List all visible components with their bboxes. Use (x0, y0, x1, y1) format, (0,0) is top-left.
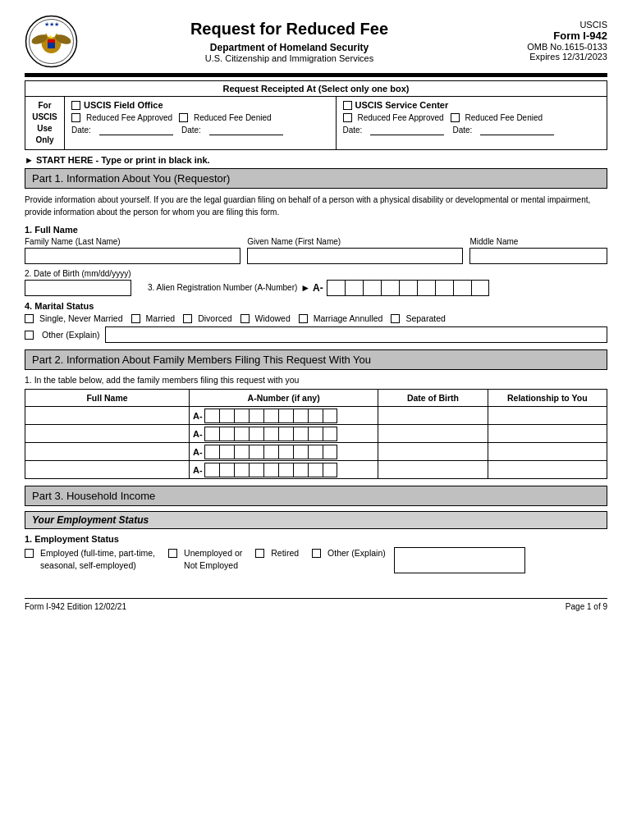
anumber-box-2[interactable] (345, 280, 363, 296)
single-checkbox[interactable] (25, 314, 34, 323)
r2-a2[interactable] (219, 427, 234, 441)
unemployed-checkbox[interactable] (168, 549, 177, 558)
family-fullname-input-4[interactable] (25, 461, 189, 478)
r3-a3[interactable] (234, 445, 249, 459)
marital-separated[interactable]: Separated (391, 313, 445, 323)
dob-cell-3[interactable] (378, 443, 488, 461)
r3-a1[interactable] (204, 445, 219, 459)
field-date2-input[interactable] (209, 126, 283, 135)
r3-a4[interactable] (249, 445, 263, 459)
employed-checkbox[interactable] (25, 549, 34, 558)
anumber-box-4[interactable] (381, 280, 399, 296)
r2-a3[interactable] (234, 427, 249, 441)
employment-retired[interactable]: Retired (255, 547, 299, 559)
field-date1-input[interactable] (99, 126, 173, 135)
other-marital-checkbox[interactable] (25, 331, 34, 340)
anumber-box-5[interactable] (399, 280, 417, 296)
dob-input[interactable] (25, 280, 131, 296)
employment-employed[interactable]: Employed (full-time, part-time, seasonal… (25, 547, 155, 571)
service-approved-checkbox[interactable] (343, 113, 352, 122)
rel-cell-2[interactable] (488, 425, 607, 443)
annulled-checkbox[interactable] (299, 314, 308, 323)
r3-a9[interactable] (323, 445, 337, 459)
field-denied-checkbox[interactable] (179, 113, 188, 122)
anumber-box-7[interactable] (435, 280, 453, 296)
family-dob-input-4[interactable] (378, 461, 487, 478)
dob-cell-4[interactable] (378, 461, 488, 479)
given-name-input[interactable] (247, 248, 463, 264)
r2-a4[interactable] (249, 427, 263, 441)
family-fullname-input-2[interactable] (25, 425, 189, 442)
r4-a2[interactable] (219, 463, 234, 477)
marital-divorced[interactable]: Divorced (183, 313, 231, 323)
r1-a9[interactable] (323, 409, 337, 423)
other-employment-checkbox[interactable] (312, 549, 321, 558)
field-approved-checkbox[interactable] (71, 113, 80, 122)
r1-a2[interactable] (219, 409, 234, 423)
anumber-box-9[interactable] (471, 280, 489, 296)
r1-a8[interactable] (308, 409, 323, 423)
family-dob-input-1[interactable] (378, 407, 487, 424)
r4-a8[interactable] (308, 463, 323, 477)
service-date2-input[interactable] (480, 126, 554, 135)
r3-a2[interactable] (219, 445, 234, 459)
service-center-checkbox[interactable] (343, 101, 352, 110)
employment-unemployed[interactable]: Unemployed or Not Employed (168, 547, 242, 571)
dob-cell-2[interactable] (378, 425, 488, 443)
r2-a7[interactable] (293, 427, 308, 441)
family-name-input[interactable] (25, 248, 240, 264)
family-dob-input-2[interactable] (378, 425, 487, 442)
other-employment-input[interactable] (394, 547, 525, 573)
anumber-box-1[interactable] (327, 280, 345, 296)
family-rel-input-3[interactable] (488, 443, 607, 460)
r2-a1[interactable] (204, 427, 219, 441)
widowed-checkbox[interactable] (240, 314, 250, 323)
r4-a3[interactable] (234, 463, 249, 477)
marital-widowed[interactable]: Widowed (240, 313, 291, 323)
middle-name-input[interactable] (469, 248, 607, 264)
r1-a5[interactable] (263, 409, 278, 423)
field-office-checkbox[interactable] (71, 101, 80, 110)
marital-annulled[interactable]: Marriage Annulled (299, 313, 383, 323)
r3-a8[interactable] (308, 445, 323, 459)
family-name-cell-3[interactable] (25, 443, 190, 461)
family-fullname-input-3[interactable] (25, 443, 189, 460)
anumber-box-8[interactable] (453, 280, 471, 296)
rel-cell-1[interactable] (488, 407, 607, 425)
family-name-cell-4[interactable] (25, 461, 190, 479)
r1-a4[interactable] (249, 409, 263, 423)
r4-a9[interactable] (323, 463, 337, 477)
family-name-cell-1[interactable] (25, 407, 190, 425)
r1-a7[interactable] (293, 409, 308, 423)
separated-checkbox[interactable] (391, 314, 400, 323)
r1-a1[interactable] (204, 409, 219, 423)
r2-a9[interactable] (323, 427, 337, 441)
family-rel-input-2[interactable] (488, 425, 607, 442)
r3-a5[interactable] (263, 445, 278, 459)
r1-a6[interactable] (278, 409, 293, 423)
anumber-box-3[interactable] (363, 280, 381, 296)
dob-cell-1[interactable] (378, 407, 488, 425)
r4-a1[interactable] (204, 463, 219, 477)
r2-a6[interactable] (278, 427, 293, 441)
family-rel-input-4[interactable] (488, 461, 607, 478)
family-dob-input-3[interactable] (378, 443, 487, 460)
divorced-checkbox[interactable] (183, 314, 192, 323)
family-fullname-input-1[interactable] (25, 407, 189, 424)
r2-a5[interactable] (263, 427, 278, 441)
retired-checkbox[interactable] (255, 549, 264, 558)
family-rel-input-1[interactable] (488, 407, 607, 424)
r4-a4[interactable] (249, 463, 263, 477)
other-marital-input[interactable] (105, 326, 607, 343)
r3-a7[interactable] (293, 445, 308, 459)
married-checkbox[interactable] (131, 314, 140, 323)
r4-a5[interactable] (263, 463, 278, 477)
r2-a8[interactable] (308, 427, 323, 441)
service-denied-checkbox[interactable] (451, 113, 460, 122)
r1-a3[interactable] (234, 409, 249, 423)
r4-a7[interactable] (293, 463, 308, 477)
marital-married[interactable]: Married (131, 313, 176, 323)
rel-cell-3[interactable] (488, 443, 607, 461)
rel-cell-4[interactable] (488, 461, 607, 479)
marital-single[interactable]: Single, Never Married (25, 313, 123, 323)
